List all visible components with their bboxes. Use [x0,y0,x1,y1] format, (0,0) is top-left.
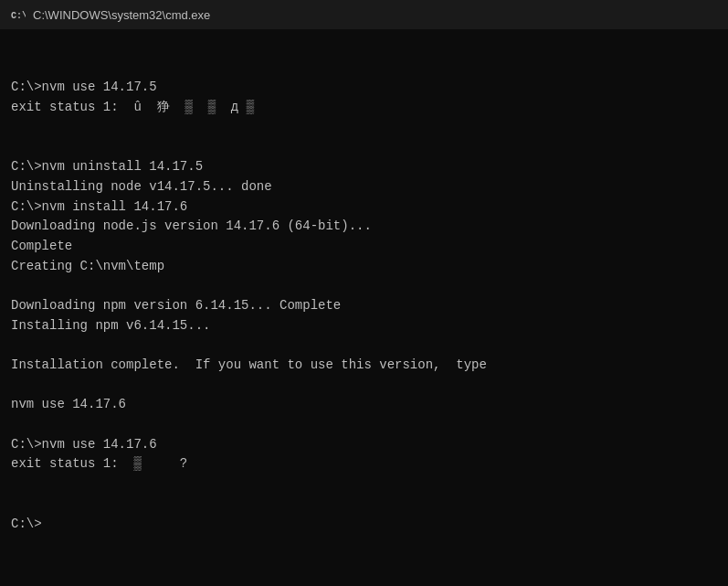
terminal-line: C:\>nvm install 14.17.6 [11,197,717,218]
terminal-line: Downloading npm version 6.14.15... Compl… [11,296,717,316]
terminal-line: Complete [11,237,717,257]
terminal-line: Creating C:\nvm\temp [11,257,717,277]
terminal-line: C:\>nvm use 14.17.5 [11,78,717,98]
window-title: C:\WINDOWS\system32\cmd.exe [33,8,210,22]
terminal-line: exit status 1: û 狰 ▒ ▒ д ▒ [11,98,717,118]
svg-text:C:\: C:\ [11,11,26,21]
terminal-line [11,336,717,356]
terminal-line [11,474,717,495]
terminal-line: exit status 1: ▒ ? [11,454,717,474]
terminal-line [11,276,717,296]
terminal-line: Installing npm v6.14.15... [11,316,717,336]
terminal-line [11,415,717,435]
terminal-line: Downloading node.js version 14.17.6 (64-… [11,217,717,237]
terminal-line: C:\>nvm uninstall 14.17.5 [11,157,717,177]
terminal-body[interactable]: C:\>nvm use 14.17.5exit status 1: û 狰 ▒ … [0,29,728,586]
terminal-line [11,118,717,138]
terminal-line: nvm use 14.17.6 [11,395,717,415]
window: C:\ C:\WINDOWS\system32\cmd.exe C:\>nvm … [0,0,728,586]
title-bar: C:\ C:\WINDOWS\system32\cmd.exe [0,0,728,29]
terminal-line [11,376,717,396]
terminal-line: Uninstalling node v14.17.5... done [11,177,717,197]
terminal-line [11,495,717,515]
terminal-line: Installation complete. If you want to us… [11,356,717,376]
terminal-line: C:\>nvm use 14.17.6 [11,435,717,455]
terminal-line: C:\> [11,515,717,535]
terminal-line [11,137,717,157]
cmd-icon: C:\ [9,6,26,23]
